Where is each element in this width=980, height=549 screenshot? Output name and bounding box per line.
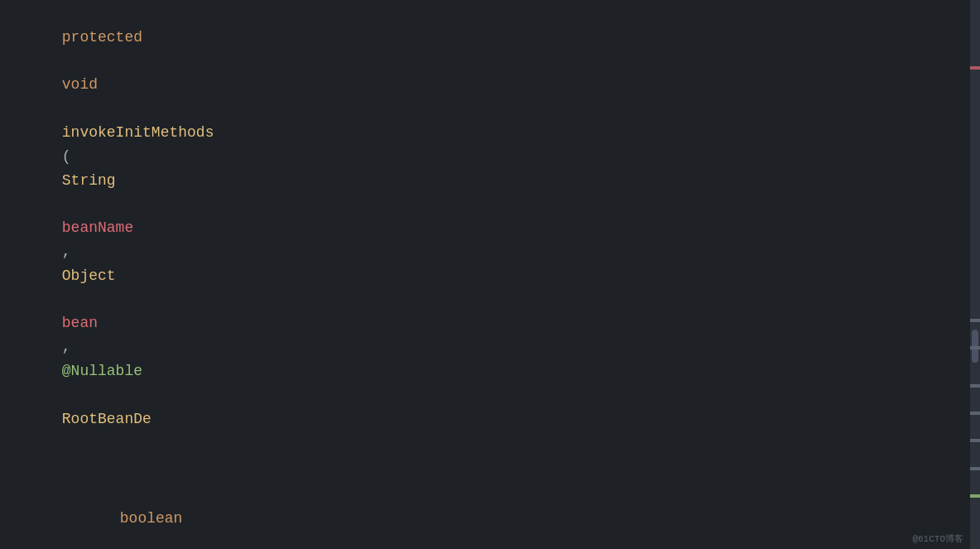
scroll-marker-6 — [970, 439, 980, 442]
line-1: protected void invokeInitMethods ( Strin… — [0, 0, 980, 455]
keyword-void: void — [62, 76, 98, 93]
method-name: invokeInitMethods — [62, 124, 214, 141]
param-type-2: Object — [62, 267, 116, 284]
param-type-3: RootBeanDe — [62, 411, 151, 427]
scroll-marker-5 — [970, 412, 980, 415]
line-blank-1 — [0, 455, 980, 483]
line-bool: boolean isInitializingBean = ( bean inst… — [0, 483, 980, 549]
param-type-1: String — [62, 172, 116, 189]
scroll-marker-1 — [970, 66, 980, 70]
kw-boolean: boolean — [120, 510, 183, 527]
scroll-marker-4 — [970, 384, 980, 388]
code-editor: protected void invokeInitMethods ( Strin… — [0, 0, 980, 549]
keyword-protected: protected — [62, 29, 142, 46]
annotation-nullable: @Nullable — [62, 363, 142, 379]
watermark: @61CTO博客 — [912, 532, 963, 547]
scroll-marker-3 — [970, 346, 980, 349]
scroll-marker-7 — [970, 467, 980, 470]
scrollbar[interactable] — [970, 0, 980, 549]
scroll-marker-8 — [970, 494, 980, 498]
param-bean: bean — [62, 315, 98, 331]
scroll-marker-2 — [970, 319, 980, 322]
param-beanName: beanName — [62, 219, 133, 236]
